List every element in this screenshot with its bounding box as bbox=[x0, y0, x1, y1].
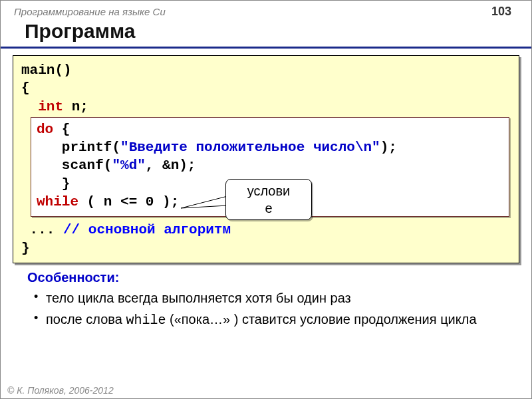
code-block: main() { int n; do { printf("Введите пол… bbox=[13, 55, 519, 263]
code-line: ... // основной алгоритм bbox=[21, 221, 511, 239]
code-line: do { bbox=[37, 120, 503, 138]
slide-header: Программирование на языке Си 103 bbox=[1, 1, 531, 19]
code-line: scanf("%d", &n); bbox=[37, 156, 503, 174]
features-section: Особенности: тело цикла всегда выполняет… bbox=[27, 270, 511, 329]
callout-condition: услови е bbox=[225, 179, 312, 220]
features-list: тело цикла всегда выполняется хотя бы од… bbox=[27, 289, 511, 329]
comment: // основной алгоритм bbox=[63, 222, 231, 237]
copyright: © К. Поляков, 2006-2012 bbox=[7, 385, 114, 396]
code-line: main() bbox=[21, 61, 511, 79]
code-line: printf("Введите положительное число\n"); bbox=[37, 138, 503, 156]
string-literal: "Введите положительное число\n" bbox=[120, 140, 380, 155]
course-title: Программирование на языке Си bbox=[14, 6, 166, 17]
svg-marker-0 bbox=[181, 196, 227, 208]
keyword-while: while bbox=[37, 194, 78, 209]
keyword-do: do bbox=[37, 122, 53, 137]
mono-while: while bbox=[126, 313, 166, 328]
list-item: после слова while («пока…» ) ставится ус… bbox=[46, 311, 511, 329]
string-literal: "%d" bbox=[112, 158, 145, 173]
code-line: int n; bbox=[21, 98, 511, 116]
features-heading: Особенности: bbox=[27, 270, 511, 285]
page-number: 103 bbox=[491, 5, 511, 19]
keyword-int: int bbox=[38, 99, 63, 114]
loop-code-box: do { printf("Введите положительное число… bbox=[31, 117, 509, 217]
code-line: } bbox=[21, 239, 511, 257]
list-item: тело цикла всегда выполняется хотя бы од… bbox=[46, 289, 511, 307]
code-line: { bbox=[21, 79, 511, 97]
slide-title: Программа bbox=[1, 19, 531, 49]
